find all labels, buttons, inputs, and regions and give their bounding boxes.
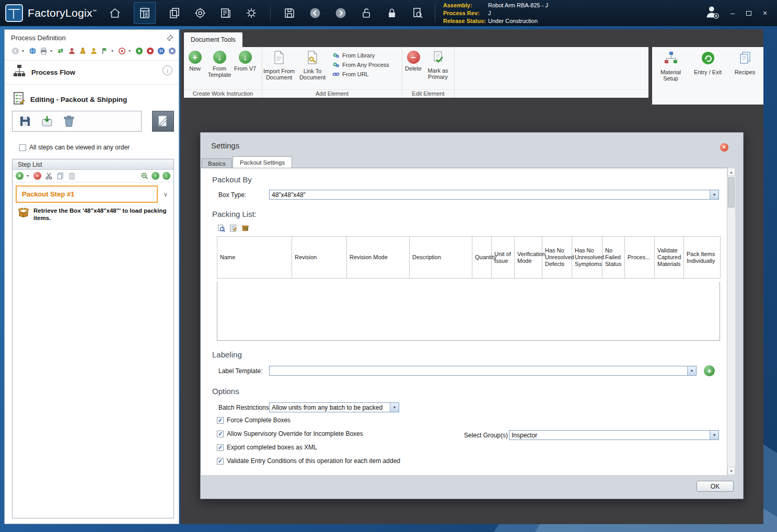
delete-step-button[interactable] (61, 113, 77, 130)
record-icon[interactable] (146, 47, 154, 55)
material-setup-button[interactable]: Material Setup (655, 51, 687, 105)
start-icon[interactable] (135, 47, 143, 55)
force-complete-boxes-checkbox[interactable]: ✓ Force Complete Boxes (217, 417, 291, 424)
process-flow-label[interactable]: Process Flow (31, 68, 75, 76)
from-library-button[interactable]: From Library (332, 52, 389, 59)
target-icon[interactable] (118, 47, 126, 55)
lock-icon[interactable] (385, 6, 399, 20)
export-xml-checkbox[interactable]: ✓ Export completed boxes as XML (217, 444, 317, 451)
sync-icon[interactable]: ⇄ (56, 47, 65, 55)
new-button[interactable]: + New (184, 50, 206, 72)
link-to-document-button[interactable]: Link To Document (296, 50, 329, 80)
combo-arrow-icon[interactable]: ▼ (390, 403, 399, 412)
step-item-packout-1[interactable]: Packout Step #1 (16, 186, 158, 203)
caret-down-icon[interactable]: ▾ (22, 49, 26, 53)
column-header[interactable]: No Failed Status (602, 237, 625, 279)
tab-basics[interactable]: Basics (202, 158, 232, 168)
flag-icon[interactable] (100, 47, 109, 55)
from-any-process-button[interactable]: From Any Process (332, 61, 389, 68)
dialog-scrollbar[interactable]: ▲ ▼ (727, 168, 735, 475)
news-icon[interactable] (219, 6, 233, 20)
column-header[interactable]: Proces... (625, 237, 655, 279)
back-icon[interactable] (308, 6, 322, 20)
unlock-icon[interactable] (359, 6, 373, 20)
remove-step-icon[interactable]: – (33, 172, 41, 180)
combo-arrow-icon[interactable]: ▼ (710, 431, 718, 440)
label-template-select[interactable]: ▼ (269, 366, 697, 376)
tab-packout-settings[interactable]: Packout Settings (233, 156, 292, 168)
save-icon[interactable] (283, 6, 296, 20)
scroll-down-icon[interactable]: ▼ (727, 467, 735, 475)
from-v7-button[interactable]: ↓ From V7 (233, 50, 257, 72)
column-header[interactable]: Validate Captured Materials (655, 237, 684, 279)
combo-arrow-icon[interactable]: ▼ (687, 366, 696, 375)
scrollbar-thumb[interactable] (728, 177, 735, 207)
publish-globe-icon[interactable] (28, 47, 37, 55)
beaker-icon[interactable] (78, 47, 87, 55)
combo-arrow-icon[interactable]: ▼ (710, 190, 718, 199)
zoom-add-icon[interactable] (140, 172, 148, 180)
scroll-up-icon[interactable]: ▲ (727, 168, 735, 176)
caret-down-icon[interactable]: ▾ (129, 49, 132, 53)
ok-button[interactable]: OK (697, 481, 734, 492)
move-step-up-icon[interactable]: ↑ (152, 172, 159, 180)
work-instruction-editor-icon[interactable] (134, 2, 156, 24)
add-label-template-button[interactable]: + (704, 365, 715, 376)
edit-list-icon[interactable] (229, 224, 238, 233)
column-header[interactable]: Pack Items Individually (684, 237, 721, 279)
mark-as-primary-button[interactable]: Mark as Primary (424, 50, 451, 80)
target-icon[interactable] (193, 6, 207, 20)
entry-exit-button[interactable]: Entry / Exit (692, 51, 724, 105)
move-step-down-icon[interactable]: ↓ (163, 172, 170, 180)
edit-work-instruction-button[interactable] (152, 111, 174, 132)
caret-down-icon[interactable]: ▾ (27, 174, 30, 178)
find-material-icon[interactable] (217, 224, 226, 233)
close-button[interactable]: × (761, 9, 769, 17)
recipes-button[interactable]: Recipes (729, 51, 761, 105)
tab-document-tools[interactable]: Document Tools (184, 32, 242, 47)
forward-icon[interactable] (334, 6, 347, 20)
search-document-icon[interactable] (411, 6, 424, 20)
import-box-icon[interactable] (241, 224, 250, 233)
column-header[interactable]: Description (410, 237, 472, 279)
column-header[interactable]: Has No Unresolved Defects (542, 237, 572, 279)
paste-icon[interactable] (67, 172, 76, 180)
settings-gear-icon[interactable] (245, 6, 258, 20)
column-header[interactable]: Unit of Issue (492, 237, 515, 279)
from-url-button[interactable]: From URL (332, 71, 389, 78)
collapse-section-icon[interactable]: ↓ (163, 65, 172, 75)
column-header[interactable]: Quantity (472, 237, 492, 279)
home-icon[interactable] (108, 6, 122, 20)
process-templates-icon[interactable] (168, 6, 181, 20)
cut-icon[interactable] (44, 172, 53, 180)
dialog-close-icon[interactable]: × (720, 143, 728, 152)
validate-entry-conditions-checkbox[interactable]: ✓ Validate Entry Conditions of this oper… (217, 457, 400, 465)
batch-restrictions-select[interactable]: Allow units from any batch to be packed … (269, 402, 399, 412)
column-header[interactable]: Revision (292, 237, 347, 279)
user-account-icon[interactable] (704, 4, 720, 22)
select-groups-select[interactable]: Inspector ▼ (509, 430, 719, 440)
add-step-icon[interactable]: + (16, 172, 24, 180)
column-header[interactable]: Name (217, 237, 292, 279)
user-role-icon[interactable] (67, 47, 76, 55)
stop-icon[interactable] (168, 47, 176, 55)
view-order-checkbox[interactable] (19, 144, 26, 151)
caret-down-icon[interactable]: ▾ (50, 49, 54, 53)
undo-icon[interactable] (11, 47, 19, 55)
column-header[interactable]: Has No Unresolved Symptoms (572, 237, 602, 279)
pause-icon[interactable] (157, 47, 165, 55)
minimize-button[interactable]: – (729, 9, 736, 17)
import-from-document-button[interactable]: Import From Document (262, 50, 296, 80)
packing-list-table[interactable]: Name Revision Revision Mode Description … (217, 236, 721, 279)
packing-list-empty-body[interactable] (217, 282, 720, 341)
supervisory-override-checkbox[interactable]: ✓ Allow Supervisory Override for Incompl… (217, 430, 363, 437)
from-template-button[interactable]: ↓ From Template (206, 50, 233, 78)
caret-down-icon[interactable]: ▾ (111, 49, 115, 53)
print-icon[interactable] (39, 47, 48, 55)
copy-icon[interactable] (56, 172, 64, 180)
maximize-button[interactable] (745, 9, 752, 17)
step-chevron-icon[interactable]: ∨ (161, 191, 170, 198)
column-header[interactable]: Revision Mode (347, 237, 410, 279)
step-description-row[interactable]: Retrieve the Box '48"x48"x48"' to load p… (18, 207, 169, 222)
view-order-checkbox-row[interactable]: All steps can be viewed in any order (19, 144, 130, 151)
